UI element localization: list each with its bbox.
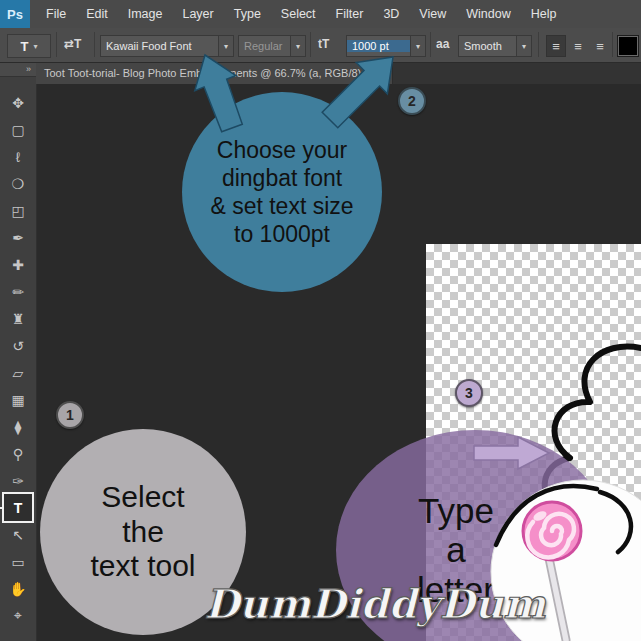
font-size-dropdown[interactable]: 1000 pt ▾ bbox=[346, 35, 426, 57]
menu-list: FileEditImageLayerTypeSelectFilter3DView… bbox=[36, 0, 566, 28]
chevron-down-icon[interactable]: ▾ bbox=[218, 36, 233, 56]
path-selection-tool[interactable]: ↖ bbox=[4, 521, 32, 548]
tool-icon: ✚ bbox=[12, 257, 24, 273]
menu-item[interactable]: Help bbox=[521, 0, 567, 28]
brush-tool[interactable]: ✏ bbox=[4, 278, 32, 305]
tool-icon: ⧫ bbox=[15, 419, 22, 435]
zoom-tool[interactable]: ⌖ bbox=[4, 602, 32, 629]
font-family-dropdown[interactable]: Kawaii Food Font ▾ bbox=[100, 35, 234, 57]
menu-item[interactable]: Image bbox=[118, 0, 173, 28]
menu-item[interactable]: Window bbox=[456, 0, 520, 28]
healing-brush-tool[interactable]: ✚ bbox=[4, 251, 32, 278]
document-tab-bar: Toot Toot-torial- Blog Photo Embellishme… bbox=[36, 62, 641, 84]
annotation-text: the bbox=[122, 515, 164, 550]
type-tool[interactable]: T bbox=[4, 494, 32, 521]
tool-icon: ♜ bbox=[12, 311, 25, 327]
align-left-button[interactable]: ≡ bbox=[546, 35, 566, 57]
tool-rail: » ✥ ▢ ℓ ❍ ◰ ✒ ✚ ✏ ♜ ↺ ▱ bbox=[0, 62, 37, 641]
tool-icon: ✥ bbox=[12, 95, 24, 111]
step-1-badge: 1 bbox=[56, 401, 84, 429]
rectangle-tool[interactable]: ▭ bbox=[4, 548, 32, 575]
tool-icon: ❍ bbox=[12, 176, 25, 192]
hand-tool[interactable]: ✋ bbox=[4, 575, 32, 602]
menu-item[interactable]: 3D bbox=[373, 0, 409, 28]
tool-icon: ⌖ bbox=[14, 607, 22, 624]
menu-item[interactable]: Select bbox=[271, 0, 326, 28]
step-3-badge: 3 bbox=[455, 379, 483, 407]
align-center-button[interactable]: ≡ bbox=[568, 35, 588, 57]
font-family-value: Kawaii Food Font bbox=[101, 40, 218, 52]
annotation-text: dingbat font bbox=[222, 164, 342, 192]
anti-alias-value: Smooth bbox=[459, 40, 516, 52]
tool-icon: ↺ bbox=[12, 338, 24, 354]
align-right-button[interactable]: ≡ bbox=[590, 35, 610, 57]
annotation-text: text tool bbox=[90, 549, 195, 584]
tool-icon: ⚲ bbox=[13, 446, 23, 462]
tool-preset-picker[interactable]: T ▾ bbox=[7, 34, 51, 58]
menu-item[interactable]: Type bbox=[224, 0, 271, 28]
annotation-circle-step2: Choose your dingbat font & set text size… bbox=[182, 92, 382, 292]
tool-icon: ◰ bbox=[11, 203, 24, 219]
font-style-value: Regular bbox=[239, 40, 290, 52]
annotation-text: Type bbox=[418, 491, 494, 530]
annotation-text: Select bbox=[101, 480, 184, 515]
collapse-panel-icon[interactable]: » bbox=[0, 62, 36, 77]
anti-alias-dropdown[interactable]: Smooth ▾ bbox=[458, 35, 532, 57]
crop-tool[interactable]: ◰ bbox=[4, 197, 32, 224]
options-bar: T ▾ ⇄T Kawaii Food Font ▾ Regular ▾ tT 1… bbox=[0, 28, 641, 63]
document-tab-title: Toot Toot-torial- Blog Photo Embellishme… bbox=[44, 67, 369, 79]
menu-item[interactable]: Filter bbox=[326, 0, 374, 28]
eraser-tool[interactable]: ▱ bbox=[4, 359, 32, 386]
chevron-down-icon[interactable]: ▾ bbox=[410, 36, 425, 56]
tool-list: ✥ ▢ ℓ ❍ ◰ ✒ ✚ ✏ ♜ ↺ ▱ ▦ bbox=[0, 77, 36, 629]
separator bbox=[310, 32, 311, 57]
menu-item[interactable]: Layer bbox=[172, 0, 223, 28]
tool-icon: ▱ bbox=[13, 365, 24, 381]
menu-bar: Ps FileEditImageLayerTypeSelectFilter3DV… bbox=[0, 0, 641, 29]
move-tool[interactable]: ✥ bbox=[4, 89, 32, 116]
annotation-text: Choose your bbox=[217, 136, 347, 164]
tab-close-icon[interactable]: × bbox=[377, 67, 385, 80]
history-brush-tool[interactable]: ↺ bbox=[4, 332, 32, 359]
tool-icon: ▢ bbox=[11, 122, 24, 138]
photoshop-window: Choose your dingbat font & set text size… bbox=[0, 0, 641, 641]
menu-item[interactable]: File bbox=[36, 0, 76, 28]
tool-icon: T bbox=[14, 500, 23, 516]
separator bbox=[612, 32, 613, 57]
step-2-badge: 2 bbox=[398, 87, 426, 115]
document-tab[interactable]: Toot Toot-torial- Blog Photo Embellishme… bbox=[36, 62, 393, 84]
type-tool-icon: T bbox=[21, 39, 29, 54]
separator bbox=[56, 32, 57, 57]
pen-tool[interactable]: ✑ bbox=[4, 467, 32, 494]
chevron-down-icon[interactable]: ▾ bbox=[290, 36, 305, 56]
blur-tool[interactable]: ⧫ bbox=[4, 413, 32, 440]
font-size-icon: tT bbox=[318, 37, 329, 51]
separator bbox=[94, 32, 95, 57]
annotation-text: to 1000pt bbox=[234, 220, 330, 248]
menu-item[interactable]: View bbox=[409, 0, 456, 28]
text-color-swatch[interactable] bbox=[617, 35, 639, 57]
menu-item[interactable]: Edit bbox=[76, 0, 118, 28]
dodge-tool[interactable]: ⚲ bbox=[4, 440, 32, 467]
watermark-text: DumDiddyDum bbox=[190, 580, 560, 627]
marquee-tool[interactable]: ▢ bbox=[4, 116, 32, 143]
tool-icon: ▭ bbox=[11, 554, 24, 570]
text-align-group: ≡ ≡ ≡ bbox=[546, 35, 610, 57]
tool-icon: ✋ bbox=[9, 581, 26, 597]
anti-alias-icon: aa bbox=[436, 37, 449, 51]
lasso-tool[interactable]: ℓ bbox=[4, 143, 32, 170]
text-orientation-icon[interactable]: ⇄T bbox=[64, 37, 81, 51]
font-style-dropdown[interactable]: Regular ▾ bbox=[238, 35, 306, 57]
separator bbox=[430, 32, 431, 57]
quick-selection-tool[interactable]: ❍ bbox=[4, 170, 32, 197]
gradient-tool[interactable]: ▦ bbox=[4, 386, 32, 413]
annotation-text: & set text size bbox=[210, 192, 353, 220]
font-size-value: 1000 pt bbox=[347, 40, 410, 52]
eyedropper-tool[interactable]: ✒ bbox=[4, 224, 32, 251]
tool-icon: ↖ bbox=[12, 527, 24, 543]
photoshop-logo: Ps bbox=[0, 0, 30, 28]
tool-icon: ✏ bbox=[12, 284, 24, 300]
clone-stamp-tool[interactable]: ♜ bbox=[4, 305, 32, 332]
chevron-down-icon[interactable]: ▾ bbox=[516, 36, 531, 56]
separator bbox=[538, 32, 539, 57]
